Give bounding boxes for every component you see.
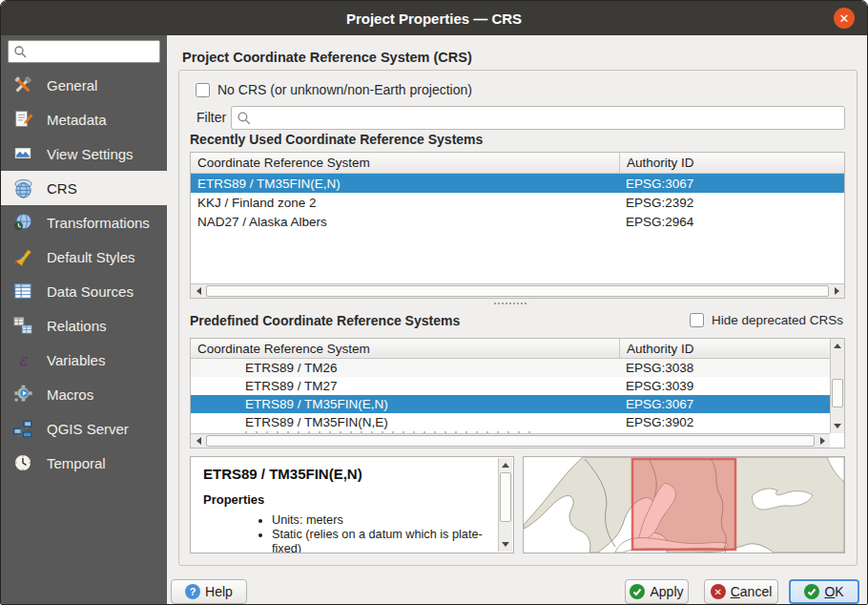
ok-button[interactable]: OK <box>789 579 859 604</box>
sidebar-item-transformations[interactable]: Transformations <box>1 205 167 240</box>
globe-icon <box>10 176 35 200</box>
crs-details-title: ETRS89 / TM35FIN(E,N) <box>203 466 494 482</box>
horizontal-scrollbar[interactable] <box>191 433 830 448</box>
no-crs-checkbox[interactable] <box>196 83 210 97</box>
window-title: Project Properties — CRS <box>346 10 522 27</box>
crs-name: ETRS89 / TM26 <box>191 361 619 375</box>
sidebar-item-crs[interactable]: CRS <box>1 171 167 205</box>
sidebar-item-label: Macros <box>47 386 93 403</box>
column-header-crs[interactable]: Coordinate Reference System <box>191 342 619 356</box>
recent-crs-title: Recently Used Coordinate Reference Syste… <box>190 132 483 147</box>
scroll-left-button[interactable] <box>191 434 205 448</box>
crs-page: Project Coordinate Reference System (CRS… <box>167 35 867 604</box>
sidebar-item-default-styles[interactable]: Default Styles <box>1 240 167 274</box>
vertical-scrollbar[interactable] <box>498 458 512 552</box>
ok-button-label: OK <box>824 584 843 599</box>
sidebar-item-label: Transformations <box>47 215 150 231</box>
picture-icon <box>10 141 35 166</box>
sidebar-item-view-settings[interactable]: View Settings <box>1 136 167 171</box>
globe-transform-icon <box>10 210 35 235</box>
crs-extent-map-preview <box>523 456 845 553</box>
project-properties-dialog: Project Properties — CRS ✕ General Metad… <box>0 0 868 605</box>
sidebar-item-label: View Settings <box>47 146 134 162</box>
sidebar-item-qgis-server[interactable]: QGIS Server <box>1 411 167 446</box>
predefined-crs-title: Predefined Coordinate Reference Systems <box>190 313 460 328</box>
table-row[interactable]: ETRS89 / TM35FIN(E,N) EPSG:3067 <box>191 395 844 413</box>
authority-id: EPSG:3038 <box>619 361 844 375</box>
scrollbar-thumb[interactable] <box>500 472 511 522</box>
sidebar-search-input[interactable] <box>8 40 160 63</box>
search-icon <box>237 111 251 125</box>
filter-label: Filter <box>196 110 226 125</box>
sidebar-item-data-sources[interactable]: Data Sources <box>1 274 167 308</box>
scrollbar-thumb[interactable] <box>832 379 843 407</box>
gear-play-icon <box>10 382 35 407</box>
scroll-up-button[interactable] <box>830 339 844 352</box>
page-title: Project Coordinate Reference System (CRS… <box>182 50 472 65</box>
sidebar-item-variables[interactable]: ε Variables <box>1 343 167 377</box>
no-crs-label: No CRS (or unknown/non-Earth projection) <box>217 82 472 97</box>
predefined-table-header[interactable]: Coordinate Reference System Authority ID <box>191 339 844 359</box>
sidebar-item-general[interactable]: General <box>1 68 167 102</box>
column-header-authority[interactable]: Authority ID <box>619 339 844 358</box>
hide-deprecated-row: Hide deprecated CRSs <box>690 313 843 327</box>
table-row[interactable]: NAD27 / Alaska Albers EPSG:2964 <box>191 212 844 231</box>
recent-table-header[interactable]: Coordinate Reference System Authority ID <box>191 153 844 174</box>
sidebar-item-label: Default Styles <box>47 249 135 265</box>
scroll-right-button[interactable] <box>830 284 844 298</box>
hide-deprecated-label: Hide deprecated CRSs <box>712 313 843 327</box>
scrollbar-thumb[interactable] <box>206 435 815 447</box>
scrollbar-thumb[interactable] <box>206 285 829 297</box>
crs-name: NAD27 / Alaska Albers <box>191 215 619 229</box>
sidebar-item-label: General <box>47 77 97 94</box>
table-row[interactable]: ETRS89 / TM35FIN(E,N) EPSG:3067 <box>191 174 844 193</box>
titlebar[interactable]: Project Properties — CRS ✕ <box>1 1 867 35</box>
filter-input[interactable] <box>231 106 845 130</box>
apply-button[interactable]: Apply <box>625 579 689 604</box>
hide-deprecated-checkbox[interactable] <box>690 313 704 327</box>
linked-tables-icon <box>10 313 35 338</box>
table-row[interactable]: ETRS89 / TM35FIN(N,E) EPSG:3902 <box>191 413 844 431</box>
scroll-down-button[interactable] <box>830 420 844 433</box>
column-header-authority[interactable]: Authority ID <box>619 153 844 173</box>
sidebar-item-metadata[interactable]: Metadata <box>1 102 167 136</box>
sidebar-item-relations[interactable]: Relations <box>1 308 167 343</box>
sidebar-item-temporal[interactable]: Temporal <box>1 446 167 480</box>
splitter-handle[interactable] <box>494 302 527 304</box>
sidebar-item-label: QGIS Server <box>47 421 129 437</box>
table-row[interactable]: ETRS89 / TM26 EPSG:3038 <box>191 359 844 377</box>
scroll-up-button[interactable] <box>498 458 512 471</box>
predefined-crs-table: Coordinate Reference System Authority ID… <box>190 338 845 449</box>
column-header-crs[interactable]: Coordinate Reference System <box>191 156 619 170</box>
crs-name: KKJ / Finland zone 2 <box>191 196 619 210</box>
authority-id: EPSG:2964 <box>619 215 844 229</box>
table-row[interactable]: ETRS89 / TM27 EPSG:3039 <box>191 377 844 395</box>
horizontal-scrollbar[interactable] <box>191 283 844 298</box>
authority-id: EPSG:3902 <box>619 415 844 429</box>
scroll-right-button[interactable] <box>816 434 830 448</box>
sidebar-item-label: Relations <box>47 318 107 334</box>
paintbrush-icon <box>10 244 35 269</box>
crs-properties-heading: Properties <box>203 492 494 507</box>
scroll-left-button[interactable] <box>191 284 205 298</box>
authority-id: EPSG:3039 <box>619 379 844 393</box>
check-icon <box>804 584 819 599</box>
close-button[interactable]: ✕ <box>834 8 855 29</box>
search-icon <box>13 45 27 58</box>
crs-details-panel: ETRS89 / TM35FIN(E,N) Properties Units: … <box>190 456 514 553</box>
cancel-button[interactable]: ✕ Cancel <box>704 579 778 604</box>
svg-text:ε: ε <box>18 350 29 369</box>
crs-properties-list: Units: meters Static (relies on a datum … <box>203 513 494 553</box>
table-row[interactable]: KKJ / Finland zone 2 EPSG:2392 <box>191 193 844 212</box>
network-computers-icon <box>10 416 35 441</box>
clock-icon <box>10 450 35 475</box>
scroll-down-button[interactable] <box>498 538 512 552</box>
sidebar-item-label: Temporal <box>47 455 106 471</box>
vertical-scrollbar[interactable] <box>830 339 844 433</box>
help-button[interactable]: ? Help <box>171 579 247 604</box>
crs-name: ETRS89 / TM35FIN(E,N) <box>191 177 619 191</box>
crs-extent-rect <box>632 459 735 550</box>
sidebar-item-macros[interactable]: Macros <box>1 377 167 411</box>
map-svg <box>524 457 844 553</box>
crs-name: ETRS89 / TM27 <box>191 379 619 393</box>
